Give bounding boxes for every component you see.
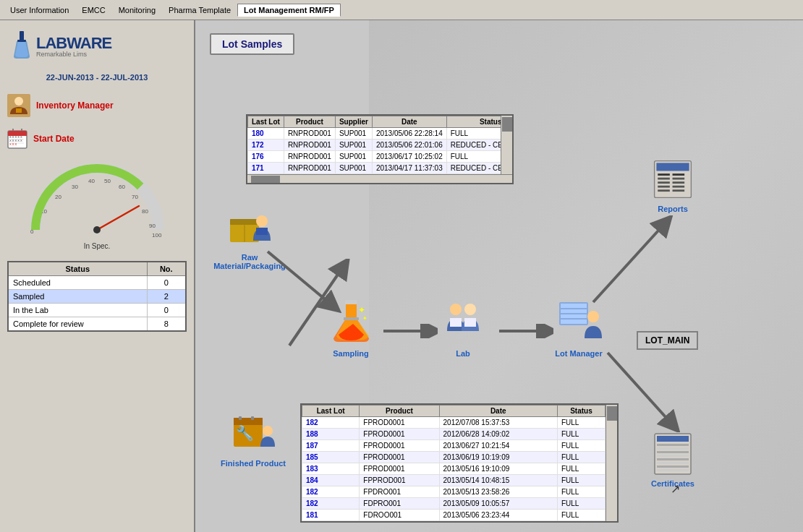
svg-point-27	[93, 226, 101, 233]
lot-link[interactable]: 182	[306, 419, 318, 426]
lot-link[interactable]: 185	[306, 453, 318, 461]
svg-text:30: 30	[72, 184, 78, 190]
raw-material-row[interactable]: 176 RNPROD001 SUP001 2013/06/17 10:25:02…	[248, 151, 501, 163]
lot-link[interactable]: 172	[252, 141, 264, 149]
lab-icon[interactable]: Lab	[434, 299, 492, 358]
finished-product-calendar-icon: 🔧	[230, 411, 277, 458]
status-cell: FULL	[557, 498, 605, 510]
menu-lot-management[interactable]: Lot Management RM/FP	[237, 4, 341, 17]
finished-product-table-container: Last LotProductDateStatus 182 FPROD0001 …	[300, 403, 619, 523]
raw-material-row[interactable]: 171 RNPROD001 SUP001 2013/04/17 11:37:03…	[248, 163, 501, 174]
reports-icon[interactable]: Reports	[644, 158, 702, 213]
status-cell: FULL	[557, 475, 605, 486]
svg-rect-54	[656, 163, 689, 171]
finished-product-row[interactable]: 185 FPROD0001 2013/06/19 10:19:09 FULL	[302, 452, 606, 463]
raw-material-scrollbar[interactable]	[501, 116, 512, 174]
left-panel: LABWARE Remarkable Lims 22-JUN-2013 - 22…	[0, 20, 195, 532]
menu-emcc[interactable]: EMCC	[75, 4, 111, 17]
lab-label: Lab	[434, 349, 492, 358]
status-cell: REDUCED - CERTIFIED	[446, 140, 501, 151]
content-panel: Lot Samples Last LotProductSupplierDateS…	[195, 20, 803, 532]
lot-cell[interactable]: 172	[248, 140, 284, 151]
finished-product-scrollbar[interactable]	[606, 405, 617, 521]
lot-cell[interactable]: 181	[302, 510, 360, 521]
svg-point-3	[14, 97, 23, 106]
start-date-label[interactable]: Start Date	[33, 134, 75, 144]
svg-text:X X X: X X X	[9, 142, 17, 146]
lot-link[interactable]: 183	[306, 465, 318, 473]
svg-rect-70	[657, 455, 689, 457]
count-cell: 8	[147, 317, 186, 332]
finished-product-row[interactable]: 183 FPROD0001 2013/05/16 19:10:09 FULL	[302, 463, 606, 475]
svg-rect-68	[657, 447, 689, 450]
workflow-area: Last LotProductSupplierDateStatus 180 RN…	[195, 56, 803, 532]
date-cell: 2013/05/06 22:28:14	[372, 128, 446, 140]
svg-rect-4	[16, 108, 22, 113]
product-cell: RNPROD001	[284, 151, 335, 163]
finished-product-label: Finished Product	[210, 459, 297, 468]
product-cell: RNPROD001	[284, 140, 335, 151]
lot-cell[interactable]: 182	[302, 417, 360, 429]
raw-material-row[interactable]: 172 RNPROD001 SUP001 2013/05/06 22:01:06…	[248, 140, 501, 151]
status-table-row[interactable]: In the Lab0	[8, 304, 186, 317]
user-label[interactable]: Inventory Manager	[36, 100, 114, 111]
fp-header: Date	[439, 406, 557, 417]
lot-link[interactable]: 182	[306, 488, 318, 496]
date-cell: 2013/05/06 22:01:06	[372, 140, 446, 151]
raw-material-table-container: Last LotProductSupplierDateStatus 180 RN…	[246, 114, 514, 184]
lot-main-button[interactable]: LOT_MAIN	[637, 331, 698, 350]
certificates-icon[interactable]: Certificates	[644, 432, 702, 488]
count-cell: 2	[147, 290, 186, 304]
product-cell: FPROD0001	[360, 429, 439, 440]
status-table-row[interactable]: Complete for review8	[8, 317, 186, 332]
status-cell: FULL	[446, 151, 501, 163]
lot-cell[interactable]: 182	[302, 486, 360, 498]
finished-product-row[interactable]: 184 FPPROD001 2013/05/14 10:48:15 FULL	[302, 475, 606, 486]
menu-pharma[interactable]: Pharma Template	[162, 4, 237, 17]
lot-link[interactable]: 171	[252, 164, 264, 172]
date-cell: 2013/06/27 10:21:54	[439, 440, 557, 452]
lot-cell[interactable]: 188	[302, 429, 360, 440]
lot-cell[interactable]: 185	[302, 452, 360, 463]
lot-cell[interactable]: 171	[248, 163, 284, 174]
lot-link[interactable]: 176	[252, 153, 264, 160]
lot-cell[interactable]: 187	[302, 440, 360, 452]
svg-point-38	[450, 304, 462, 315]
lot-cell[interactable]: 184	[302, 475, 360, 486]
lot-cell[interactable]: 176	[248, 151, 284, 163]
svg-rect-40	[450, 318, 462, 327]
supplier-cell: SUP001	[335, 140, 372, 151]
finished-product-row[interactable]: 182 FPROD0001 2012/07/08 15:37:53 FULL	[302, 417, 606, 429]
lot-cell[interactable]: 183	[302, 463, 360, 475]
lot-link[interactable]: 188	[306, 430, 318, 438]
rm-header: Supplier	[335, 116, 372, 128]
svg-rect-72	[657, 462, 689, 464]
finished-product-row[interactable]: 181 FDROO001 2013/05/06 23:23:44 FULL	[302, 510, 606, 521]
svg-rect-74	[657, 469, 689, 471]
svg-rect-1	[17, 40, 26, 42]
gauge-svg: 0 10 20 30 40 50 60 70 80 90 1	[25, 161, 169, 241]
lot-link[interactable]: 182	[306, 499, 318, 507]
menu-monitoring[interactable]: Monitoring	[112, 4, 162, 17]
status-table-row[interactable]: Sampled2	[8, 290, 186, 304]
raw-material-row[interactable]: 180 RNPROD001 SUP001 2013/05/06 22:28:14…	[248, 128, 501, 140]
lot-manager-to-reports-arrow	[586, 215, 673, 318]
date-cell: 2013/06/17 10:25:02	[372, 151, 446, 163]
lot-link[interactable]: 181	[306, 511, 318, 519]
finished-product-row[interactable]: 188 FPROD0001 2012/06/28 14:09:02 FULL	[302, 429, 606, 440]
menu-user-info[interactable]: User Information	[4, 4, 75, 17]
lab-to-lot-manager-arrow	[496, 324, 553, 340]
finished-product-row[interactable]: 187 FPROD0001 2013/06/27 10:21:54 FULL	[302, 440, 606, 452]
product-cell: RNPROD001	[284, 128, 335, 140]
product-cell: FDPRO001	[360, 498, 439, 510]
lot-link[interactable]: 180	[252, 129, 264, 137]
lot-link[interactable]: 184	[306, 476, 318, 484]
finished-product-row[interactable]: 182 FPDRO001 2013/05/13 23:58:26 FULL	[302, 486, 606, 498]
lot-cell[interactable]: 182	[302, 498, 360, 510]
svg-rect-61	[658, 186, 670, 188]
lot-cell[interactable]: 180	[248, 128, 284, 140]
finished-product-row[interactable]: 182 FDPRO001 2013/05/09 10:05:57 FULL	[302, 498, 606, 510]
status-table-row[interactable]: Scheduled0	[8, 276, 186, 290]
lot-link[interactable]: 187	[306, 442, 318, 450]
finished-product-icon[interactable]: 🔧 Finished Product	[210, 411, 297, 468]
